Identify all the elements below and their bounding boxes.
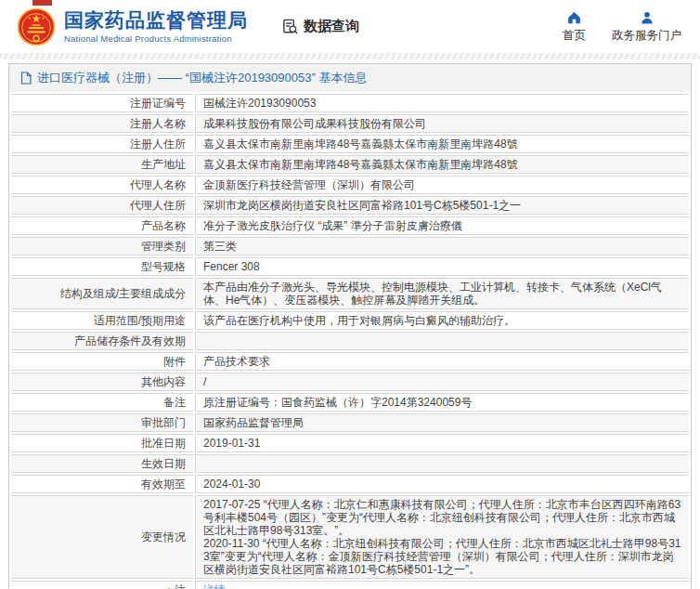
row-label: 型号规格 — [11, 257, 193, 276]
row-value: 产品技术要求 — [195, 352, 689, 371]
stripe-divider — [0, 53, 700, 59]
table-row: 变更情况2017-07-25 “代理人名称：北京仁和惠康科技有限公司；代理人住所… — [11, 495, 689, 579]
table-row: 管理类别第三类 — [11, 237, 689, 255]
row-value — [195, 332, 689, 350]
row-label: 适用范围/预期用途 — [11, 311, 193, 330]
breadcrumb: 进口医疗器械（注册）—— “国械注许20193090053” 基本信息 — [9, 64, 691, 92]
row-label: 代理人住所 — [11, 196, 193, 215]
row-value: 原注册证编号：国食药监械（许）字2014第3240059号 — [195, 393, 689, 412]
table-row: 注册人住所嘉义县太保市南新里南埤路48号嘉義縣太保市南新里南埤路48號 — [11, 135, 689, 153]
row-value: 金顶新医疗科技经营管理（深圳）有限公司 — [195, 176, 689, 194]
nav-gov-portal-label: 政务服务门户 — [612, 28, 681, 44]
site-subtitle: National Medical Products Administration — [64, 33, 248, 44]
table-row: ●注详情 — [11, 581, 689, 589]
row-label: 注册人住所 — [11, 135, 193, 153]
row-value: 详情 — [195, 581, 689, 589]
table-row: 附件产品技术要求 — [11, 352, 689, 371]
site-header: 国家药品监督管理局 National Medical Products Admi… — [0, 0, 700, 53]
table-row: 适用范围/预期用途该产品在医疗机构中使用，用于对银屑病与白癜风的辅助治疗。 — [11, 311, 689, 330]
table-row: 注册人名称成果科技股份有限公司成果科技股份有限公司 — [11, 114, 689, 133]
table-row: 备注原注册证编号：国食药监械（许）字2014第3240059号 — [11, 393, 689, 412]
menu-data-query[interactable]: 数据查询 — [281, 18, 359, 35]
row-value: 嘉义县太保市南新里南埤路48号嘉義縣太保市南新里南埤路48號 — [195, 155, 689, 174]
row-label: 注册证编号 — [11, 94, 193, 112]
row-label: 结构及组成/主要组成成分 — [11, 278, 193, 309]
menu-data-query-label: 数据查询 — [304, 18, 359, 35]
nav-home[interactable]: 首页 — [563, 10, 586, 44]
row-value: 本产品由准分子激光头、导光模块、控制电源模块、工业计算机、转接卡、气体系统（Xe… — [195, 278, 689, 309]
table-row: 注册证编号国械注许20193090053 — [11, 94, 689, 112]
table-row: 代理人名称金顶新医疗科技经营管理（深圳）有限公司 — [11, 176, 689, 194]
table-row: 产品名称准分子激光皮肤治疗仪 “成果” 準分子雷射皮膚治療儀 — [11, 216, 689, 235]
content-panel: 进口医疗器械（注册）—— “国械注许20193090053” 基本信息 注册证编… — [8, 63, 692, 589]
row-value: / — [195, 373, 689, 391]
details-link[interactable]: 详情 — [203, 583, 226, 589]
row-label: 产品储存条件及有效期 — [11, 332, 193, 350]
row-label: 代理人名称 — [11, 176, 193, 194]
row-label: 注册人名称 — [11, 114, 193, 133]
table-body: 注册证编号国械注许20193090053注册人名称成果科技股份有限公司成果科技股… — [11, 94, 689, 589]
top-nav: 首页 政务服务门户 — [563, 10, 685, 44]
row-label: 管理类别 — [11, 237, 193, 255]
page-icon — [20, 72, 32, 85]
row-value: 嘉义县太保市南新里南埤路48号嘉義縣太保市南新里南埤路48號 — [195, 135, 689, 153]
row-value: 准分子激光皮肤治疗仪 “成果” 準分子雷射皮膚治療儀 — [195, 216, 689, 235]
row-value: 国家药品监督管理局 — [195, 413, 689, 432]
row-value: 2019-01-31 — [195, 434, 689, 452]
nav-gov-portal[interactable]: 政务服务门户 — [612, 10, 681, 44]
registration-info-table: 注册证编号国械注许20193090053注册人名称成果科技股份有限公司成果科技股… — [9, 92, 691, 589]
note-icon: ● — [165, 584, 172, 589]
row-label: 附件 — [11, 352, 193, 371]
doc-search-icon — [281, 18, 299, 35]
site-logo[interactable]: 国家药品监督管理局 National Medical Products Admi… — [17, 7, 248, 46]
nav-home-label: 首页 — [563, 28, 586, 44]
table-row: 有效期至2024-01-30 — [11, 475, 689, 493]
row-label: 有效期至 — [11, 475, 193, 493]
site-title: 国家药品监督管理局 — [64, 9, 248, 31]
row-value: 国械注许20193090053 — [195, 94, 689, 112]
row-label: 生产地址 — [11, 155, 193, 174]
row-label: 变更情况 — [11, 495, 193, 579]
row-value: Fencer 308 — [195, 257, 689, 276]
table-row: 型号规格Fencer 308 — [11, 257, 689, 276]
user-icon — [640, 10, 655, 25]
breadcrumb-text: 进口医疗器械（注册）—— “国械注许20193090053” 基本信息 — [37, 70, 367, 86]
table-row: 结构及组成/主要组成成分本产品由准分子激光头、导光模块、控制电源模块、工业计算机… — [11, 278, 689, 309]
row-value — [195, 454, 689, 473]
table-row: 代理人住所深圳市龙岗区横岗街道安良社区同富裕路101号C栋5楼501-1之一 — [11, 196, 689, 215]
row-value: 第三类 — [195, 237, 689, 255]
row-label: 其他内容 — [11, 373, 193, 391]
row-label: 审批部门 — [11, 413, 193, 432]
row-label: 生效日期 — [11, 454, 193, 473]
row-value: 该产品在医疗机构中使用，用于对银屑病与白癜风的辅助治疗。 — [195, 311, 689, 330]
row-value: 2017-07-25 “代理人名称：北京仁和惠康科技有限公司；代理人住所：北京市… — [195, 495, 689, 579]
table-row: 其他内容/ — [11, 373, 689, 391]
row-label: 批准日期 — [11, 434, 193, 452]
table-row: 审批部门国家药品监督管理局 — [11, 413, 689, 432]
row-label: 备注 — [11, 393, 193, 412]
row-value: 2024-01-30 — [195, 475, 689, 493]
row-label: ●注 — [11, 581, 193, 589]
row-value: 成果科技股份有限公司成果科技股份有限公司 — [195, 114, 689, 133]
home-icon — [566, 10, 582, 25]
table-row: 生效日期 — [11, 454, 689, 473]
row-value: 深圳市龙岗区横岗街道安良社区同富裕路101号C栋5楼501-1之一 — [195, 196, 689, 215]
table-row: 产品储存条件及有效期 — [11, 332, 689, 350]
table-row: 批准日期2019-01-31 — [11, 434, 689, 452]
national-emblem-icon — [17, 7, 56, 46]
table-row: 生产地址嘉义县太保市南新里南埤路48号嘉義縣太保市南新里南埤路48號 — [11, 155, 689, 174]
row-label: 产品名称 — [11, 216, 193, 235]
flag-ribbon — [32, 0, 52, 6]
